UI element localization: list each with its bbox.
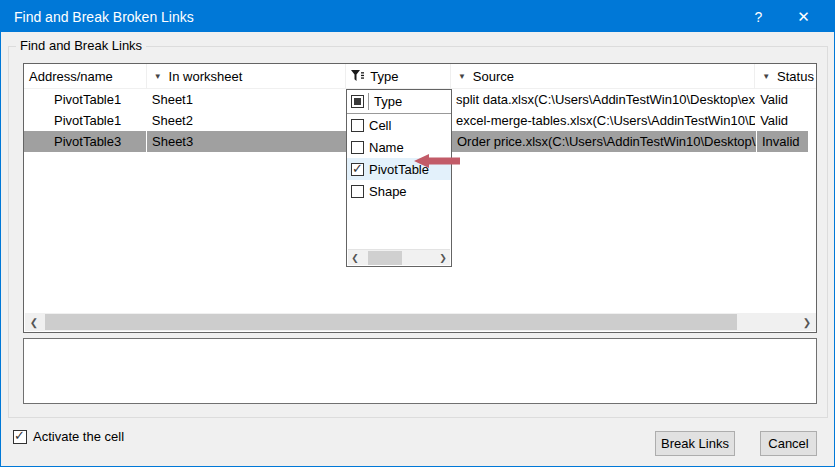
close-icon[interactable]: ✕ xyxy=(781,1,826,32)
preview-box xyxy=(23,338,817,404)
table-horizontal-scrollbar[interactable]: ❮ ❯ xyxy=(25,313,816,331)
filter-dropdown-icon[interactable]: ▼ xyxy=(458,72,466,81)
filter-select-all[interactable]: Type xyxy=(347,90,451,113)
break-links-button[interactable]: Break Links xyxy=(655,431,735,456)
column-header-status[interactable]: ▼ Status xyxy=(755,64,816,89)
scroll-right-icon[interactable]: ❯ xyxy=(798,317,816,328)
dialog-window: Find and Break Broken Links ? ✕ Find and… xyxy=(0,0,835,467)
dropdown-horizontal-scrollbar[interactable]: ❮ ❯ xyxy=(348,249,450,265)
window-title: Find and Break Broken Links xyxy=(14,9,194,25)
scroll-right-icon[interactable]: ❯ xyxy=(436,253,450,263)
scrollbar-thumb[interactable] xyxy=(45,314,737,330)
table-header-row: Address/name ▼ In worksheet Type ▼ xyxy=(24,64,816,89)
filter-option-shape[interactable]: Shape xyxy=(347,180,451,202)
column-header-type[interactable]: Type xyxy=(346,64,451,89)
titlebar[interactable]: Find and Break Broken Links ? ✕ xyxy=(1,1,834,32)
column-header-worksheet[interactable]: ▼ In worksheet xyxy=(147,64,347,89)
pointer-arrow-icon xyxy=(414,153,460,169)
separator xyxy=(368,93,369,110)
checkbox-checked[interactable]: ✓ xyxy=(13,430,27,444)
filter-option-cell[interactable]: Cell xyxy=(347,114,451,136)
checkbox[interactable] xyxy=(351,141,364,154)
column-header-address[interactable]: Address/name xyxy=(24,64,147,89)
filter-dropdown-icon[interactable]: ▼ xyxy=(154,72,162,81)
column-header-source[interactable]: ▼ Source xyxy=(451,64,755,89)
checkbox[interactable] xyxy=(351,185,364,198)
select-all-checkbox[interactable] xyxy=(351,95,364,108)
scroll-left-icon[interactable]: ❮ xyxy=(348,253,362,263)
activate-cell-label: Activate the cell xyxy=(33,429,124,444)
scroll-left-icon[interactable]: ❮ xyxy=(25,317,43,328)
activate-cell-checkbox[interactable]: ✓ Activate the cell xyxy=(13,429,124,444)
type-filter-dropdown: Type Cell Name ✓ PivotTable Shape ❮ ❯ xyxy=(346,89,452,267)
filter-funnel-icon[interactable] xyxy=(351,70,364,82)
filter-dropdown-icon[interactable]: ▼ xyxy=(762,72,770,81)
scrollbar-thumb[interactable] xyxy=(368,251,402,265)
cancel-button[interactable]: Cancel xyxy=(760,431,817,456)
help-icon[interactable]: ? xyxy=(736,1,781,32)
checkbox[interactable] xyxy=(351,119,364,132)
checkbox-checked[interactable]: ✓ xyxy=(351,163,364,176)
group-box-label: Find and Break Links xyxy=(16,38,146,53)
